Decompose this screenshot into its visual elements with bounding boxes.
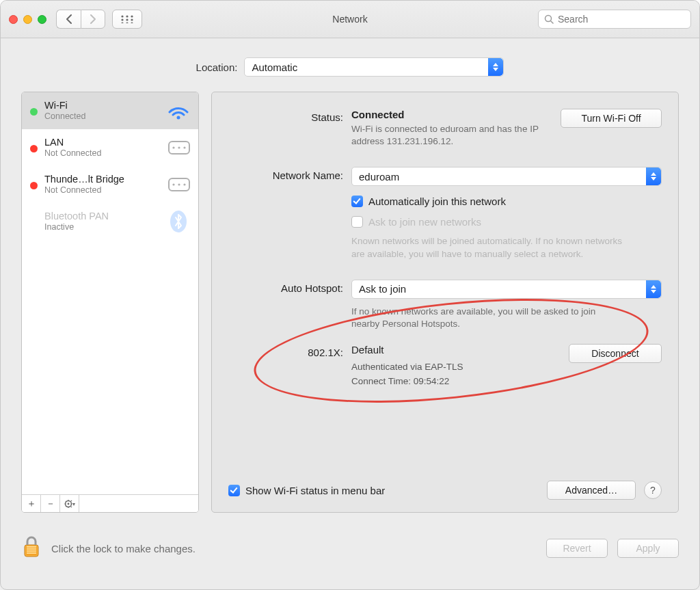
svg-marker-23: [72, 503, 75, 506]
service-status: Not Connected: [44, 148, 165, 159]
select-stepper-icon: [488, 58, 503, 76]
lock-label: Click the lock to make changes.: [51, 543, 196, 554]
svg-rect-28: [27, 550, 36, 552]
auto-hotspot-select[interactable]: Ask to join: [351, 280, 662, 299]
svg-point-0: [121, 15, 123, 17]
apply-button[interactable]: Apply: [617, 539, 679, 558]
help-button[interactable]: ?: [644, 481, 662, 499]
bluetooth-icon: [165, 209, 191, 234]
service-text: LAN Not Connected: [44, 137, 165, 159]
svg-point-19: [183, 183, 185, 185]
window-footer: Click the lock to make changes. Revert A…: [1, 525, 699, 578]
dot1x-row: 802.1X: Default Authenticated via EAP-TL…: [228, 344, 662, 387]
gear-icon: [64, 500, 76, 508]
remove-service-button[interactable]: －: [41, 495, 60, 512]
svg-point-8: [131, 22, 133, 23]
main-area: Wi-Fi Connected LAN Not Connected: [1, 92, 699, 525]
status-dot-icon: [30, 145, 38, 152]
svg-point-5: [131, 18, 133, 21]
ask-join-label: Ask to join new networks: [368, 216, 481, 228]
ask-join-desc: Known networks will be joined automatica…: [351, 235, 625, 260]
auto-hotspot-field: Ask to join If no known networks are ava…: [351, 280, 662, 330]
network-name-value: eduroam: [359, 171, 399, 183]
network-name-label: Network Name:: [228, 167, 351, 260]
status-value: Connected: [351, 109, 544, 120]
service-item-bluetooth[interactable]: Bluetooth PAN Inactive: [22, 203, 198, 240]
dot1x-field: Default Authenticated via EAP-TLS Connec…: [351, 344, 662, 387]
service-name: Thunde…lt Bridge: [44, 174, 165, 185]
ask-join-checkbox[interactable]: Ask to join new networks: [351, 216, 481, 228]
network-name-row: Network Name: eduroam Automatically join…: [228, 167, 662, 260]
add-service-button[interactable]: ＋: [22, 495, 41, 512]
network-name-field: eduroam Automatically join this network …: [351, 167, 662, 260]
status-dot-icon: [30, 108, 38, 116]
svg-point-3: [121, 18, 123, 21]
service-name: Bluetooth PAN: [44, 211, 165, 222]
service-list: Wi-Fi Connected LAN Not Connected: [22, 92, 198, 494]
forward-button[interactable]: [81, 10, 105, 29]
service-status: Connected: [44, 111, 165, 122]
service-item-thunderbolt[interactable]: Thunde…lt Bridge Not Connected: [22, 166, 198, 203]
checkbox-icon: [228, 485, 240, 496]
location-select[interactable]: Automatic: [244, 57, 504, 77]
minimize-icon[interactable]: [23, 15, 32, 24]
svg-point-18: [178, 183, 180, 185]
select-stepper-icon: [646, 167, 661, 185]
svg-point-4: [126, 18, 128, 21]
ethernet-icon: [165, 172, 191, 198]
turn-wifi-off-button[interactable]: Turn Wi-Fi Off: [561, 109, 662, 128]
disconnect-button[interactable]: Disconnect: [569, 344, 662, 363]
service-status: Not Connected: [44, 185, 165, 196]
toolbar: Network: [1, 1, 699, 38]
status-row: Status: Connected Wi-Fi is connected to …: [228, 109, 662, 148]
service-item-wifi[interactable]: Wi-Fi Connected: [22, 92, 198, 129]
network-name-select[interactable]: eduroam: [351, 167, 662, 186]
svg-line-10: [551, 21, 553, 23]
zoom-icon[interactable]: [38, 15, 46, 24]
show-all-button[interactable]: [112, 10, 142, 29]
search-input[interactable]: [558, 14, 685, 25]
service-text: Bluetooth PAN Inactive: [44, 211, 165, 232]
nav-buttons: [56, 10, 105, 29]
back-button[interactable]: [56, 10, 81, 29]
window: Network Location: Automatic Wi-Fi Connec…: [0, 0, 700, 590]
service-actions-button[interactable]: [60, 495, 79, 512]
dot1x-time: Connect Time: 09:54:22: [351, 375, 552, 388]
ethernet-icon: [165, 135, 191, 161]
svg-point-7: [126, 22, 128, 23]
chevron-left-icon: [66, 14, 72, 24]
auto-hotspot-desc: If no known networks are available, you …: [351, 306, 625, 330]
chevron-right-icon: [90, 14, 96, 24]
close-icon[interactable]: [9, 15, 18, 24]
dot1x-value: Default: [351, 344, 552, 356]
auto-hotspot-value: Ask to join: [359, 283, 406, 295]
revert-button[interactable]: Revert: [546, 539, 608, 558]
checkbox-icon: [351, 216, 363, 228]
grid-icon: [121, 15, 133, 23]
lock-icon[interactable]: [21, 535, 42, 562]
dot1x-label: 802.1X:: [228, 344, 351, 387]
service-name: Wi-Fi: [44, 100, 165, 111]
auto-join-checkbox[interactable]: Automatically join this network: [351, 196, 506, 207]
window-controls: [9, 15, 46, 24]
advanced-button[interactable]: Advanced…: [547, 481, 636, 500]
service-text: Thunde…lt Bridge Not Connected: [44, 174, 165, 196]
auto-join-label: Automatically join this network: [368, 196, 506, 207]
search-field[interactable]: [538, 10, 691, 29]
svg-rect-29: [27, 552, 36, 554]
service-text: Wi-Fi Connected: [44, 100, 165, 122]
checkbox-icon: [351, 196, 363, 207]
search-icon: [544, 14, 554, 24]
svg-point-15: [183, 146, 185, 148]
wifi-icon: [165, 98, 191, 124]
svg-rect-27: [27, 548, 36, 550]
service-item-lan[interactable]: LAN Not Connected: [22, 129, 198, 166]
svg-point-9: [546, 16, 552, 22]
location-label: Location:: [196, 62, 238, 73]
select-stepper-icon: [646, 280, 661, 298]
location-row: Location: Automatic: [1, 38, 699, 92]
status-desc: Wi-Fi is connected to eduroam and has th…: [351, 123, 544, 148]
auto-hotspot-row: Auto Hotspot: Ask to join If no known ne…: [228, 280, 662, 330]
svg-point-11: [177, 116, 180, 120]
show-status-checkbox[interactable]: Show Wi-Fi status in menu bar: [228, 485, 385, 496]
